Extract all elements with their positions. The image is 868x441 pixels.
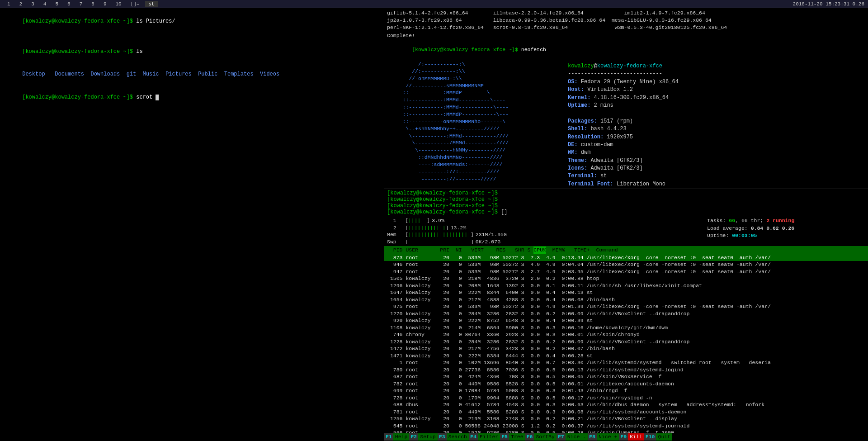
neofetch-area: /:-----------:\ //:-----------:\\ //-onM… xyxy=(387,61,865,189)
f5-num: F5 xyxy=(500,433,509,441)
tab-7[interactable]: 7 xyxy=(76,1,86,7)
info-username: kowalczy@kowalczy-fedora-xfce xyxy=(568,62,865,70)
cpu1-meter: 1 [|||| ] 3.9% xyxy=(387,217,698,224)
complete-line: Complete! xyxy=(387,32,865,39)
proc-row-780: 780 root 20 0 27736 8580 7036 S 0.0 0.5 … xyxy=(384,366,868,374)
htop-f8[interactable]: F8Nice + xyxy=(588,433,619,441)
info-separator: ----------------------------- xyxy=(568,70,865,78)
f8-label: Nice + xyxy=(597,433,619,441)
tab-bar: 1 2 3 4 5 6 7 8 9 10 []= st xyxy=(4,1,793,7)
f2-label: Setup xyxy=(418,433,438,441)
f1-num: F1 xyxy=(384,433,393,441)
terminal-line-1: [kowalczy@kowalczy-fedora-xfce ~]$ ls Pi… xyxy=(3,10,381,33)
proc-row-947: 947 root 20 0 533M 98M 50272 S 2.7 4.9 0… xyxy=(384,268,868,275)
main-area: [kowalczy@kowalczy-fedora-xfce ~]$ ls Pi… xyxy=(0,8,868,441)
f6-num: F6 xyxy=(525,433,534,441)
htop-bottom-bar: F1Help F2Setup F3Search F4Filter F5Tree … xyxy=(384,433,868,441)
pkg-line-2: jp2a-1.0.7-3.fc29.x86_64 libcaca-0.99-0.… xyxy=(387,17,865,24)
info-de: DE: custom-dwm xyxy=(568,141,865,149)
tab-10[interactable]: 10 xyxy=(112,1,125,7)
proc-row-1654: 1654 kowalczy 20 0 217M 4888 4288 S 0.0 … xyxy=(384,296,868,303)
htop-meters: 1 [|||| ] 3.9% 2 [||||||||||||] 13.2% Me… xyxy=(387,217,698,245)
info-terminal: Terminal: st xyxy=(568,172,865,180)
pkg-line-1: giflib-5.1.4-2.fc29.x86_64 il1mbase-2.2.… xyxy=(387,9,865,17)
htop-f4[interactable]: F4Filter xyxy=(469,433,500,441)
proc-row-566: 566 root 20 0 152M 9280 6280 S 0.0 0.5 0… xyxy=(384,429,868,433)
proc-row-1256: 1256 kowalczy 20 0 219M 3108 2748 S 0.0 … xyxy=(384,415,868,422)
terminal-line-5: [kowalczy@kowalczy-fedora-xfce ~]$ scrot xyxy=(3,86,381,109)
tab-8[interactable]: 8 xyxy=(88,1,98,7)
htop-f1[interactable]: F1Help xyxy=(384,433,409,441)
proc-row-873: 873 root 20 0 533M 98M 50272 S 7.3 4.9 0… xyxy=(384,254,868,261)
proc-row-920: 920 kowalczy 20 0 222M 8752 6548 S 0.0 0… xyxy=(384,317,868,324)
info-shell: Shell: bash 4.4.23 xyxy=(568,125,865,133)
tab-3[interactable]: 3 xyxy=(28,1,38,7)
htop-f6[interactable]: F6SortBy xyxy=(525,433,557,441)
neofetch-prompt: [kowalczy@kowalczy-fedora-xfce ~]$ neofe… xyxy=(387,39,865,61)
tab-5[interactable]: 5 xyxy=(52,1,62,7)
htop-f3[interactable]: F3Search xyxy=(438,433,469,441)
tab-1[interactable]: 1 xyxy=(4,1,14,7)
proc-row-1505: 1505 kowalczy 20 0 218M 4836 3720 S 2.0 … xyxy=(384,275,868,282)
swp-meter: Swp [ ] 0K/2.07G xyxy=(387,238,698,246)
proc-row-1472: 1472 kowalczy 20 0 217M 4756 3428 S 0.0 … xyxy=(384,345,868,352)
htop-f7[interactable]: F7Nice - xyxy=(557,433,588,441)
proc-row-1108: 1108 kowalczy 20 0 214M 6864 5900 S 0.0 … xyxy=(384,324,868,332)
prompt-2: [kowalczy@kowalczy-fedora-xfce ~]$ xyxy=(22,48,136,55)
load-stat: Load average: 0.84 0.62 0.26 xyxy=(707,225,865,232)
info-host: Host: VirtualBox 1.2 xyxy=(568,86,865,94)
right-top-terminal[interactable]: giflib-5.1.4-2.fc29.x86_64 il1mbase-2.2.… xyxy=(384,8,868,189)
tab-4[interactable]: 4 xyxy=(40,1,50,7)
proc-row-1296: 1296 kowalczy 20 0 208M 1648 1392 S 0.0 … xyxy=(384,282,868,289)
tab-6[interactable]: 6 xyxy=(64,1,74,7)
neofetch-ascii-art: /:-----------:\ //:-----------:\\ //-onM… xyxy=(387,61,568,189)
tab-tile[interactable]: []= xyxy=(127,1,143,7)
proc-row-782: 782 root 20 0 440M 9580 8528 S 0.0 0.5 0… xyxy=(384,380,868,388)
htop-f5[interactable]: F5Tree xyxy=(500,433,525,441)
f7-num: F7 xyxy=(557,433,566,441)
f4-label: Filter xyxy=(478,433,500,441)
cmd-1: ls Pictures/ xyxy=(136,18,175,24)
proc-row-688: 688 dbus 20 0 41612 5784 4548 S 0.0 0.3 … xyxy=(384,401,868,408)
right-pane: giflib-5.1.4-2.fc29.x86_64 il1mbase-2.2.… xyxy=(384,8,868,441)
proc-row-1228: 1228 kowalczy 20 0 284M 3280 2832 S 0.0 … xyxy=(384,338,868,346)
rprompt-4: [kowalczy@kowalczy-fedora-xfce ~]$ [] xyxy=(387,209,865,215)
tab-9[interactable]: 9 xyxy=(100,1,110,7)
mem-meter: Mem [||||||||||||||||||||] 231M/1.95G xyxy=(387,231,698,238)
uptime-stat: Uptime: 00:03:05 xyxy=(707,232,865,240)
f10-num: F10 xyxy=(644,433,656,441)
ls-output: Desktop Documents Downloads git Music Pi… xyxy=(3,63,381,86)
htop-f9[interactable]: F9Kill xyxy=(619,433,644,441)
tab-2[interactable]: 2 xyxy=(16,1,26,7)
proc-row-1: 1 root 20 0 102M 13696 8540 S 0.0 0.7 0:… xyxy=(384,359,868,366)
f1-label: Help xyxy=(393,433,410,441)
tab-st[interactable]: st xyxy=(145,1,158,7)
proc-row-1270: 1270 kowalczy 20 0 284M 3280 2832 S 0.0 … xyxy=(384,310,868,318)
proc-row-746: 746 chrony 20 0 80764 3360 2928 S 0.0 0.… xyxy=(384,331,868,338)
proc-row-781: 781 root 20 0 449M 5580 8288 S 0.0 0.3 0… xyxy=(384,408,868,416)
right-prompts[interactable]: [kowalczy@kowalczy-fedora-xfce ~]$ [kowa… xyxy=(384,189,868,216)
f9-num: F9 xyxy=(619,433,628,441)
info-packages: Packages: 1517 (rpm) xyxy=(568,118,865,125)
info-icons: Icons: Adwaita [GTK2/3] xyxy=(568,165,865,172)
htop-f10[interactable]: F10Quit xyxy=(644,433,672,441)
proc-row-1647: 1647 kowalczy 20 0 222M 8344 6400 S 0.0 … xyxy=(384,289,868,296)
info-wm: WM: dwm xyxy=(568,149,865,156)
proc-row-545: 545 root 20 0 50588 24048 23008 S 1.2 0.… xyxy=(384,422,868,430)
terminal-line-2 xyxy=(3,33,381,40)
f3-num: F3 xyxy=(438,433,447,441)
htop-header: 1 [|||| ] 3.9% 2 [||||||||||||] 13.2% Me… xyxy=(384,216,868,246)
htop-f2[interactable]: F2Setup xyxy=(409,433,437,441)
rprompt-1: [kowalczy@kowalczy-fedora-xfce ~]$ xyxy=(387,190,865,196)
htop-column-header: PID USER PRI NI VIRT RES SHR S CPU% MEM%… xyxy=(384,246,868,254)
rprompt-2: [kowalczy@kowalczy-fedora-xfce ~]$ xyxy=(387,196,865,203)
f10-label: Quit xyxy=(656,433,672,441)
left-terminal[interactable]: [kowalczy@kowalczy-fedora-xfce ~]$ ls Pi… xyxy=(0,8,384,441)
rprompt-3: [kowalczy@kowalczy-fedora-xfce ~]$ xyxy=(387,203,865,209)
htop-area: 1 [|||| ] 3.9% 2 [||||||||||||] 13.2% Me… xyxy=(384,216,868,441)
cmd-3: scrot xyxy=(136,94,156,100)
info-resolution: Resolution: 868x441 xyxy=(568,133,865,141)
info-os: OS: Fedora 29 (Twenty Nine) x86_64 xyxy=(568,78,865,86)
proc-row-699: 699 root 20 0 17084 5784 5008 S 0.0 0.3 … xyxy=(384,387,868,394)
proc-row-728: 728 root 20 0 170M 9904 8888 S 0.0 0.5 0… xyxy=(384,394,868,402)
